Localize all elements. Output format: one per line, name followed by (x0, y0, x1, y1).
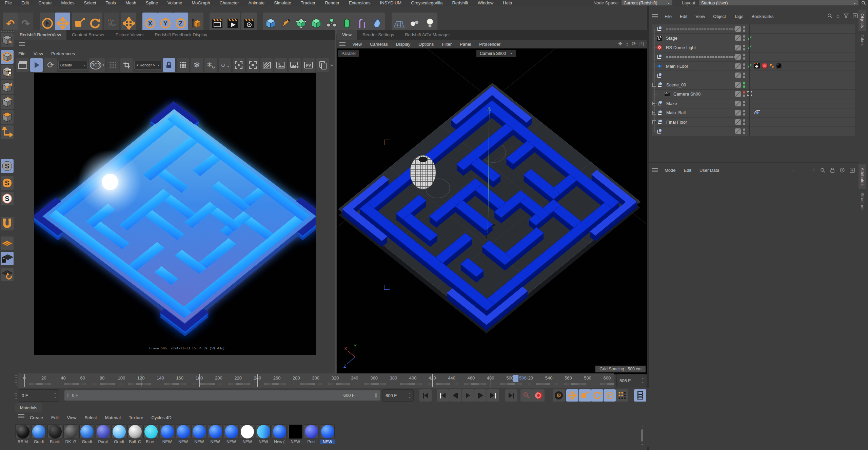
om-add-layer-icon[interactable] (853, 13, 858, 19)
material-15[interactable]: NEW (256, 424, 271, 444)
menu-modes[interactable]: Modes (56, 0, 79, 5)
tag-wrap-icon[interactable] (753, 109, 761, 117)
tag-dots-icon[interactable] (769, 62, 774, 70)
refresh-render[interactable]: ⟳ (44, 58, 57, 72)
lock-workplane-button[interactable] (1, 252, 14, 265)
menu-mograph[interactable]: MoGraph (187, 0, 215, 5)
object-row-rs-dome-light[interactable]: RS Dome Light✓ (652, 43, 855, 52)
points-mode-button[interactable] (1, 80, 14, 94)
material-name[interactable]: NEW (320, 439, 335, 444)
key-position-toggle[interactable] (566, 389, 578, 402)
at-search-icon[interactable] (820, 167, 825, 173)
object-row-separator[interactable]: ========================== (652, 53, 855, 61)
edges-mode-button[interactable] (1, 95, 14, 109)
object-row-stage[interactable]: Stage✓ (652, 34, 855, 43)
menu-file[interactable]: File (0, 0, 17, 5)
tag-rsmat-icon[interactable] (761, 62, 768, 70)
goto-end-button[interactable] (505, 389, 517, 402)
object-manager-menu-object[interactable]: Object (709, 14, 730, 19)
side-tab-takes[interactable]: Takes (859, 31, 866, 49)
attributes-menu-edit[interactable]: Edit (680, 168, 695, 173)
render-dot[interactable] (743, 48, 745, 50)
object-row-separator[interactable]: ========================== (652, 24, 855, 33)
prev-key-button[interactable] (437, 389, 449, 402)
render-dot[interactable] (743, 29, 745, 32)
lock-render-camera[interactable] (163, 58, 175, 72)
renderview-hamburger-icon[interactable] (19, 42, 25, 46)
menu-mesh[interactable]: Mesh (121, 0, 141, 5)
tab-content-browser[interactable]: Content Browser (66, 30, 110, 40)
menu-greyscalegorilla[interactable]: Greyscalegorilla (406, 0, 447, 5)
object-row-separator[interactable]: ========================== (652, 127, 855, 136)
material-name[interactable]: DK_G (63, 439, 78, 444)
material-4[interactable]: Gradi (79, 424, 94, 444)
prev-frame-button[interactable] (449, 389, 461, 402)
render-dot[interactable] (743, 67, 745, 69)
attributes-menu-hamburger-icon[interactable] (652, 168, 658, 172)
material-14[interactable]: NEW (240, 424, 255, 444)
visibility-dot[interactable] (743, 82, 745, 84)
object-manager-menu-tags[interactable]: Tags (730, 14, 747, 19)
snapshot-freeze-g[interactable]: ❄G (204, 58, 217, 72)
node-space-dropdown[interactable]: Current (Redshift)⌄ (622, 0, 672, 5)
menu-render[interactable]: Render (320, 0, 344, 5)
enable-axis-snap-button[interactable]: S (1, 159, 14, 173)
autokey-record-button[interactable] (532, 389, 545, 402)
layer-color-chip[interactable] (735, 63, 741, 69)
object-manager-menu-file[interactable]: File (660, 14, 676, 19)
next-key-button[interactable] (487, 389, 499, 402)
layer-color-chip[interactable] (735, 73, 741, 78)
key-scale-toggle[interactable] (579, 389, 591, 402)
material-0[interactable]: RS M (15, 424, 30, 444)
tab-redshift-feedback-display[interactable]: Redshift Feedback Display (149, 30, 213, 40)
current-frame-marker[interactable] (513, 375, 518, 382)
visibility-dot[interactable] (743, 45, 745, 47)
render-dot[interactable] (743, 76, 745, 78)
menu-tracker[interactable]: Tracker (296, 0, 320, 5)
crop-region[interactable] (120, 58, 133, 72)
rotate-view-icon[interactable]: ⟳ (632, 41, 636, 47)
key-parameter-toggle[interactable]: P (604, 389, 616, 402)
layer-color-chip[interactable] (735, 35, 741, 41)
at-up-icon[interactable]: ↑ (812, 167, 815, 173)
material-name[interactable]: NEW (224, 439, 239, 444)
preview-range-slider[interactable]: ‖ 0 F 600 F ‖ (64, 390, 380, 401)
tab-render-settings[interactable]: Render Settings (357, 30, 399, 40)
materials-hamburger-icon[interactable] (18, 414, 24, 418)
menu-help[interactable]: Help (498, 0, 517, 5)
bucket-grid[interactable] (177, 58, 189, 72)
polygons-mode-button[interactable] (1, 110, 14, 124)
menu-extensions[interactable]: Extensions (344, 0, 375, 5)
start-ipr[interactable] (30, 58, 43, 72)
menu-spline[interactable]: Spline (141, 0, 163, 5)
menu-character[interactable]: Character (215, 0, 243, 5)
snapshot-freeze[interactable]: ❄ (191, 58, 203, 72)
material-17[interactable]: NEW (288, 424, 303, 444)
visibility-dot[interactable] (743, 91, 745, 94)
material-10[interactable]: NEW (176, 424, 191, 444)
tab-redshift-aov-manager[interactable]: Redshift AOV Manager (399, 30, 455, 40)
make-editable-button[interactable] (1, 33, 14, 47)
object-name[interactable]: RS Dome Light (664, 45, 696, 50)
material-name[interactable]: NEW (208, 439, 223, 444)
object-row-separator[interactable]: ========================== (652, 71, 855, 80)
object-name[interactable]: ========================== (664, 55, 736, 59)
object-manager-menu-view[interactable]: View (691, 14, 709, 19)
material-12[interactable]: NEW (208, 424, 223, 444)
material-name[interactable]: Purpl (96, 439, 111, 444)
object-name[interactable]: Stage (664, 36, 677, 41)
object-name[interactable]: Maze (664, 101, 677, 106)
layer-color-chip[interactable] (735, 91, 741, 97)
object-name[interactable]: Scene_00 (664, 82, 686, 87)
material-name[interactable]: NEW (288, 439, 303, 444)
at-forward-icon[interactable]: → (802, 167, 808, 173)
snapshot-clapper[interactable] (16, 58, 29, 72)
layer-color-chip[interactable] (735, 101, 741, 106)
renderview-menu-view[interactable]: View (29, 51, 47, 56)
renderview-menu-preferences[interactable]: Preferences (47, 51, 79, 56)
tab-view[interactable]: View (337, 30, 357, 40)
visibility-dot[interactable] (743, 35, 745, 38)
object-name[interactable]: Main_Ball (664, 110, 686, 115)
layout-icon[interactable]: ◳ (639, 41, 644, 47)
render-canvas[interactable]: Frame 506: 2024-11-13 15:34:39 (59.43s) (34, 73, 316, 355)
